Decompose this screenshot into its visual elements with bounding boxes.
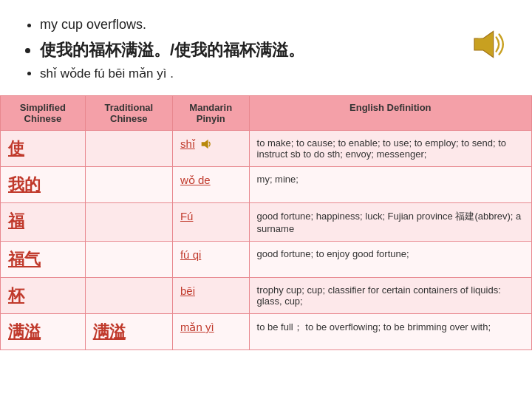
bullet-list: my cup overflows. 使我的福杯满溢。/使我的福杯满溢。 shǐ … <box>18 13 514 85</box>
table-row: 福Fúgood fortune; happiness; luck; Fujian… <box>1 202 532 241</box>
cell-pinyin: Fú <box>172 202 249 241</box>
table-row: 满溢满溢mǎn yìto be full； to be overflowing;… <box>1 313 532 349</box>
cell-simplified: 杯 <box>1 277 86 313</box>
cell-definition: my; mine; <box>249 166 531 202</box>
cell-pinyin: bēi <box>172 277 249 313</box>
col-definition: English Definition <box>249 95 531 130</box>
cell-definition: good fortune; happiness; luck; Fujian pr… <box>249 202 531 241</box>
cell-pinyin: mǎn yì <box>172 313 249 349</box>
cell-simplified: 福气 <box>1 241 86 277</box>
cell-simplified: 满溢 <box>1 313 86 349</box>
cell-traditional <box>85 130 172 166</box>
cell-definition: to make; to cause; to enable; to use; to… <box>249 130 531 166</box>
top-section: my cup overflows. 使我的福杯满溢。/使我的福杯满溢。 shǐ … <box>0 0 532 95</box>
cell-traditional <box>85 166 172 202</box>
svg-marker-0 <box>474 31 494 57</box>
cell-pinyin: fú qi <box>172 241 249 277</box>
table-body: 使shǐ to make; to cause; to enable; to us… <box>1 130 532 349</box>
speaker-icon-container[interactable] <box>463 21 510 70</box>
pinyin-text: shǐ <box>180 137 195 151</box>
col-pinyin: Mandarin Pinyin <box>172 95 249 130</box>
cell-traditional <box>85 202 172 241</box>
col-traditional: Traditional Chinese <box>85 95 172 130</box>
small-speaker-icon[interactable] <box>200 137 213 151</box>
svg-marker-2 <box>201 140 208 149</box>
table-header: Simplified Chinese Traditional Chinese M… <box>1 95 532 130</box>
cell-traditional <box>85 277 172 313</box>
bullet-1: my cup overflows. <box>40 13 514 36</box>
cell-pinyin[interactable]: shǐ <box>172 130 249 166</box>
col-simplified: Simplified Chinese <box>1 95 86 130</box>
cell-pinyin: wǒ de <box>172 166 249 202</box>
cell-definition: trophy cup; cup; classifier for certain … <box>249 277 531 313</box>
cell-definition: good fortune; to enjoy good fortune; <box>249 241 531 277</box>
cell-simplified: 我的 <box>1 166 86 202</box>
speaker-icon[interactable] <box>463 21 510 68</box>
cell-simplified: 使 <box>1 130 86 166</box>
vocab-table: Simplified Chinese Traditional Chinese M… <box>0 95 532 350</box>
cell-definition: to be full； to be overflowing; to be bri… <box>249 313 531 349</box>
table-row: 使shǐ to make; to cause; to enable; to us… <box>1 130 532 166</box>
table-row: 我的wǒ demy; mine; <box>1 166 532 202</box>
bullet-3: shǐ wǒde fú bēi mǎn yì . <box>40 64 514 85</box>
cell-traditional <box>85 241 172 277</box>
cell-simplified: 福 <box>1 202 86 241</box>
bullet-2: 使我的福杯满溢。/使我的福杯满溢。 <box>40 36 514 64</box>
cell-traditional: 满溢 <box>85 313 172 349</box>
table-row: 杯bēitrophy cup; cup; classifier for cert… <box>1 277 532 313</box>
table-row: 福气fú qigood fortune; to enjoy good fortu… <box>1 241 532 277</box>
